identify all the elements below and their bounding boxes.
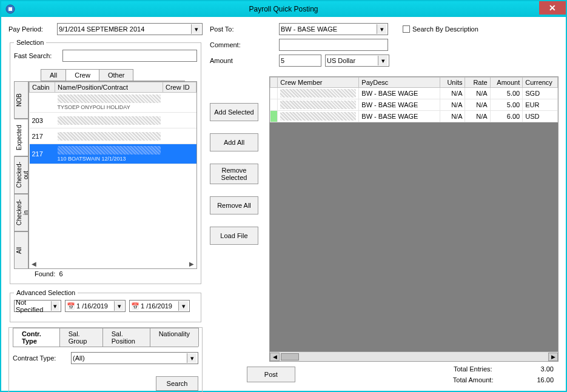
post-to-combo[interactable]: BW - BASE WAGE ▾ (279, 23, 388, 35)
scroll-left-icon[interactable]: ◀ (32, 261, 36, 267)
tab-sal-group[interactable]: Sal. Group (59, 328, 103, 347)
col-crewid: Crew ID (166, 84, 190, 91)
total-amount-value: 16.00 (537, 376, 554, 384)
svg-rect-1 (8, 7, 12, 11)
tab-nationality[interactable]: Nationality (150, 328, 199, 347)
post-to-label: Post To: (210, 25, 275, 33)
pay-period-combo[interactable]: 9/1/2014 SEPTEMBER 2014 ▾ (57, 23, 203, 35)
col-crew-member: Crew Member (280, 79, 322, 86)
comment-input[interactable] (279, 39, 388, 51)
add-selected-button[interactable]: Add Selected (210, 103, 258, 121)
contract-type-combo[interactable]: (All) ▾ (71, 352, 198, 364)
load-file-button[interactable]: Load File (210, 227, 258, 245)
amount-input[interactable] (279, 55, 321, 67)
add-all-button[interactable]: Add All (210, 133, 258, 151)
chevron-down-icon: ▾ (378, 56, 388, 65)
tab-sal-position[interactable]: Sal. Position (102, 328, 150, 347)
selection-legend: Selection (14, 39, 46, 46)
posting-grid[interactable]: Crew Member PayDesc Units Rate Amount Cu… (269, 76, 559, 362)
vtab-all[interactable]: All (14, 231, 29, 269)
chevron-down-icon: ▾ (51, 301, 59, 311)
col-paydesc: PayDesc (361, 79, 388, 86)
app-icon (5, 4, 16, 15)
date-to-combo[interactable]: 📅1 /16/2019 ▾ (129, 300, 190, 312)
titlebar: Payroll Quick Posting ✕ (1, 1, 566, 17)
calendar-icon: 📅 (131, 302, 139, 310)
found-value: 6 (59, 270, 62, 277)
total-entries-label: Total Entries: (454, 365, 492, 373)
comment-label: Comment: (210, 41, 275, 48)
scrollbar-thumb[interactable] (281, 353, 299, 360)
search-button[interactable]: Search (156, 376, 198, 391)
vtab-checked-in[interactable]: Checked-in (14, 194, 29, 231)
table-row[interactable]: redactedTYSOEP ONYPOLI HOLIDAY (30, 93, 196, 113)
remove-selected-button[interactable]: Remove Selected (210, 164, 258, 184)
chevron-down-icon: ▾ (187, 353, 196, 363)
col-name: Name/Position/Contract (58, 84, 128, 91)
post-button[interactable]: Post (247, 367, 295, 382)
vtab-nob[interactable]: NOB (14, 81, 29, 119)
col-cabin: Cabin (32, 84, 50, 91)
scroll-left-icon[interactable]: ◀ (270, 353, 280, 361)
scroll-right-icon[interactable]: ▶ (548, 353, 558, 361)
total-entries-value: 3.00 (541, 365, 554, 373)
chevron-down-icon: ▾ (178, 301, 188, 311)
redacted-text: redacted (58, 146, 161, 154)
date-from-combo[interactable]: 📅1 /16/2019 ▾ (65, 300, 126, 312)
table-row-highlighted[interactable]: x BW - BASE WAGE N/A N/A 6.00 USD (270, 111, 558, 122)
not-specified-combo[interactable]: Not Specified ▾ (14, 300, 61, 312)
checkbox-icon (403, 25, 410, 33)
table-row[interactable]: x BW - BASE WAGE N/A N/A 5.00 SGD (270, 88, 558, 99)
redacted-text: redacted (58, 116, 161, 125)
crew-grid[interactable]: Cabin Name/Position/Contract Crew ID red… (29, 81, 197, 269)
advanced-legend: Advanced Selection (14, 289, 78, 296)
amount-currency-combo[interactable]: US Dollar ▾ (325, 55, 389, 67)
table-row[interactable]: 203 redacted (30, 113, 196, 128)
table-row[interactable]: 217 redacted (30, 128, 196, 144)
redacted-text: x (280, 89, 356, 98)
tab-other[interactable]: Other (99, 69, 134, 81)
window-title: Payroll Quick Posting (249, 5, 318, 13)
pay-period-value: 9/1/2014 SEPTEMBER 2014 (59, 25, 144, 33)
redacted-text: redacted (58, 132, 161, 141)
window-frame: Payroll Quick Posting ✕ Pay Period: 9/1/… (0, 0, 567, 392)
tab-all[interactable]: All (41, 69, 66, 81)
table-row[interactable]: x BW - BASE WAGE N/A N/A 5.00 EUR (270, 99, 558, 111)
remove-all-button[interactable]: Remove All (210, 196, 258, 214)
scroll-right-icon[interactable]: ▶ (189, 261, 194, 267)
vtab-checked-out[interactable]: Checked-out (14, 156, 29, 194)
redacted-text: x (280, 112, 356, 121)
chevron-down-icon: ▾ (114, 301, 124, 311)
redacted-text: x (280, 101, 356, 109)
chevron-down-icon: ▾ (377, 24, 386, 34)
col-currency: Currency (525, 79, 552, 86)
col-rate: Rate (473, 79, 487, 86)
search-by-desc-checkbox[interactable]: Search By Description (403, 25, 478, 33)
vtab-expected[interactable]: Expected (14, 119, 29, 156)
contract-type-label: Contract Type: (13, 354, 67, 362)
tab-crew[interactable]: Crew (65, 69, 99, 81)
advanced-selection-group: Advanced Selection Not Specified ▾ 📅1 /1… (10, 289, 201, 322)
tab-contr-type[interactable]: Contr. Type (13, 328, 60, 347)
amount-label: Amount (210, 57, 275, 64)
calendar-icon: 📅 (67, 302, 75, 310)
redacted-text: redacted (58, 95, 161, 103)
horizontal-scrollbar[interactable]: ◀ ▶ (270, 351, 558, 361)
total-amount-label: Total Amount: (453, 376, 494, 384)
close-button[interactable]: ✕ (539, 1, 566, 15)
table-row-selected[interactable]: 217 redacted110 BOATSWAIN 12/1/2013 (30, 144, 196, 164)
fast-search-label: Fast Search: (14, 52, 59, 59)
col-amount: Amount (497, 79, 520, 86)
fast-search-input[interactable] (62, 50, 197, 62)
col-units: Units (447, 79, 462, 86)
selection-group: Selection Fast Search: All Crew Other NO… (10, 39, 201, 284)
found-label: Found: (35, 270, 55, 277)
pay-period-label: Pay Period: (8, 25, 53, 33)
chevron-down-icon: ▾ (191, 24, 201, 34)
